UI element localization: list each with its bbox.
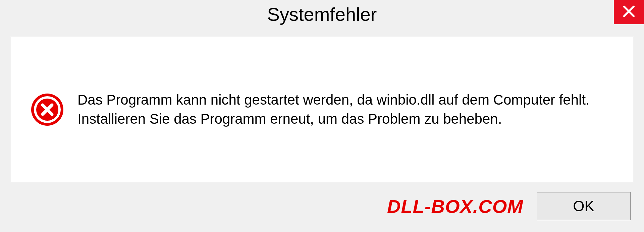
watermark-text: DLL-BOX.COM [387, 195, 523, 217]
dialog-title: Systemfehler [267, 3, 377, 25]
close-icon [622, 5, 636, 19]
content-area: Das Programm kann nicht gestartet werden… [10, 37, 634, 182]
dialog-footer: DLL-BOX.COM OK [0, 182, 644, 232]
error-icon [31, 93, 64, 126]
ok-button[interactable]: OK [537, 192, 631, 220]
close-button[interactable] [614, 0, 644, 24]
error-dialog: Systemfehler Das Programm kann nicht ges… [0, 0, 644, 232]
error-message: Das Programm kann nicht gestartet werden… [77, 91, 613, 128]
titlebar: Systemfehler [0, 0, 644, 34]
